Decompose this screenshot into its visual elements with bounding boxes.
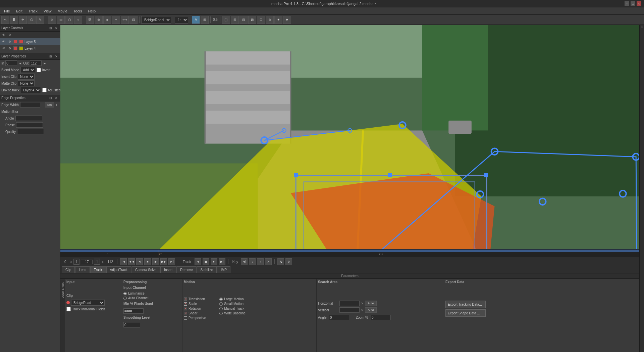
select-b-tool[interactable]: B (10, 16, 18, 24)
layer-props-close[interactable]: ✕ (54, 54, 59, 59)
select-tool[interactable]: ↖ (1, 16, 9, 24)
menu-help[interactable]: Help (85, 8, 98, 14)
timeline-ruler[interactable]: 0 17 112 (60, 252, 639, 257)
link-track-select[interactable]: Layer 4 (21, 87, 41, 93)
auto-channel-radio-btn[interactable] (123, 297, 127, 300)
set-button[interactable]: Set (45, 102, 54, 107)
scale-check[interactable]: Scale (184, 302, 206, 306)
phase-input[interactable] (16, 122, 43, 128)
quality-input[interactable] (17, 129, 44, 134)
zoom-select[interactable]: 1:1 (175, 16, 188, 24)
auto-channel-radio[interactable]: Auto Channel (123, 296, 181, 300)
key-btn2[interactable]: ↓ (249, 258, 256, 265)
color-icon[interactable] (13, 33, 21, 37)
track-individual-input[interactable] (66, 307, 71, 311)
menu-tools[interactable]: Tools (71, 8, 85, 14)
shear-check[interactable]: Shear (184, 311, 206, 315)
view-btn2[interactable]: ⊞ (231, 16, 239, 24)
smoothing-input[interactable] (123, 322, 140, 327)
menu-track[interactable]: Track (26, 8, 40, 14)
luminance-radio[interactable]: Luminance (123, 292, 181, 295)
scale-checkbox[interactable] (184, 302, 187, 306)
crop-tool[interactable]: ⊡ (129, 16, 138, 24)
visibility-icon-5[interactable]: 👁 (1, 39, 6, 44)
matte-clip-select[interactable]: None (18, 80, 35, 86)
luminance-radio-btn[interactable] (123, 292, 127, 295)
edge-tool[interactable]: ◈ (103, 16, 111, 24)
eye-icon[interactable]: 👁 (1, 33, 6, 37)
timeline-scrub[interactable] (60, 250, 639, 252)
blend-mode-select[interactable]: Add (20, 67, 35, 73)
set-in-btn[interactable]: [ (73, 259, 79, 265)
align-tool[interactable]: ⟺ (121, 16, 129, 24)
visibility-icon-4[interactable]: 👁 (1, 46, 6, 51)
manual-track-btn[interactable] (219, 307, 223, 310)
settings-icon-4[interactable]: ⚙ (7, 46, 12, 51)
lock-icon-5[interactable]: ⚙ (7, 39, 12, 44)
panel-icon-close[interactable]: ✕ (54, 26, 59, 31)
tab-lens[interactable]: Lens (75, 266, 90, 273)
color-btn[interactable]: A (192, 16, 200, 24)
view-btn3[interactable]: ⊟ (239, 16, 248, 24)
angle-input[interactable] (329, 315, 349, 320)
bezier-tool[interactable]: ⬡ (65, 16, 73, 24)
view-btn5[interactable]: ⊡ (257, 16, 265, 24)
adjusted-checkbox[interactable]: Adjusted (42, 88, 61, 92)
horizontal-input[interactable] (339, 301, 360, 306)
key-btn6[interactable]: 0 (285, 258, 292, 265)
menu-file[interactable]: File (1, 8, 13, 14)
in-input[interactable] (5, 60, 17, 66)
invert-check[interactable] (37, 68, 41, 72)
horizontal-auto-btn[interactable]: Auto (365, 301, 377, 306)
key-btn1[interactable]: ◄| (241, 258, 248, 265)
layer-props-float[interactable]: ⊡ (48, 54, 53, 59)
window-controls[interactable]: − □ ✕ (625, 1, 641, 6)
play-end-btn[interactable]: ►| (168, 258, 175, 265)
pen-tool[interactable]: ✎ (36, 16, 44, 24)
perspective-check[interactable]: Perspective (184, 316, 206, 320)
tab-remove[interactable]: Remove (176, 266, 196, 273)
view-btn1[interactable]: ⬚ (222, 16, 230, 24)
track-back-btn[interactable]: ◄ (195, 258, 201, 265)
minimize-button[interactable]: − (625, 1, 629, 6)
move-tool[interactable]: ✛ (19, 16, 27, 24)
play-start-btn[interactable]: |◄ (120, 258, 127, 265)
tab-camera-solve[interactable]: Camera Solve (131, 266, 160, 273)
invert-checkbox[interactable]: Invert (37, 68, 50, 72)
dope-sheet-tab[interactable]: Dope Sheet (60, 279, 65, 301)
edge-width-minus[interactable]: − (42, 103, 44, 107)
insert-clip-select[interactable]: None (18, 74, 35, 80)
rotation-check[interactable]: Rotation (184, 307, 206, 310)
settings-icon[interactable]: ⚙ (7, 33, 12, 37)
min-pixels-input[interactable] (123, 308, 144, 314)
export-tracking-btn[interactable]: Export Tracking Data... (445, 301, 486, 308)
wide-baseline-btn[interactable] (219, 312, 223, 315)
close-button[interactable]: ✕ (637, 1, 641, 6)
invert-btn[interactable]: ⊞ (201, 16, 209, 24)
clip-name-select[interactable]: BridgeRoad (71, 300, 105, 306)
key-btn3[interactable]: ↑ (257, 258, 264, 265)
play-btn[interactable]: ▶ (152, 258, 159, 265)
panel-icon-float[interactable]: ⊡ (48, 26, 53, 31)
tab-insert[interactable]: Insert (160, 266, 176, 273)
key-btn5[interactable]: A (277, 258, 284, 265)
tab-adjusttrack[interactable]: AdjustTrack (106, 266, 131, 273)
play-fwd-btn[interactable]: ▶▶ (160, 258, 167, 265)
step-back-btn[interactable]: ◄ (136, 258, 143, 265)
angle-input[interactable] (15, 116, 42, 121)
edge-props-close[interactable]: ✕ (54, 96, 59, 100)
viewport[interactable] (60, 25, 639, 249)
rect-tool[interactable]: ▭ (57, 16, 65, 24)
translation-checkbox[interactable] (184, 298, 187, 301)
manual-track-radio[interactable]: Manual Track (219, 307, 246, 310)
set-out-btn[interactable]: ] (94, 259, 100, 265)
menu-movie[interactable]: Movie (55, 8, 70, 14)
edge-width-plus[interactable]: + (56, 103, 58, 107)
edge-props-float[interactable]: ⊡ (48, 96, 53, 100)
stop-btn[interactable]: ■ (144, 258, 151, 265)
link-tool[interactable]: ⛓ (86, 16, 94, 24)
layer-item-4[interactable]: 👁 ⚙ Layer 4 (0, 45, 60, 52)
tab-stabilize[interactable]: Stabilize (197, 266, 217, 273)
layer-item-5[interactable]: 👁 ⚙ Layer 5 (0, 38, 60, 45)
track-end-btn[interactable]: ▶| (219, 258, 225, 265)
